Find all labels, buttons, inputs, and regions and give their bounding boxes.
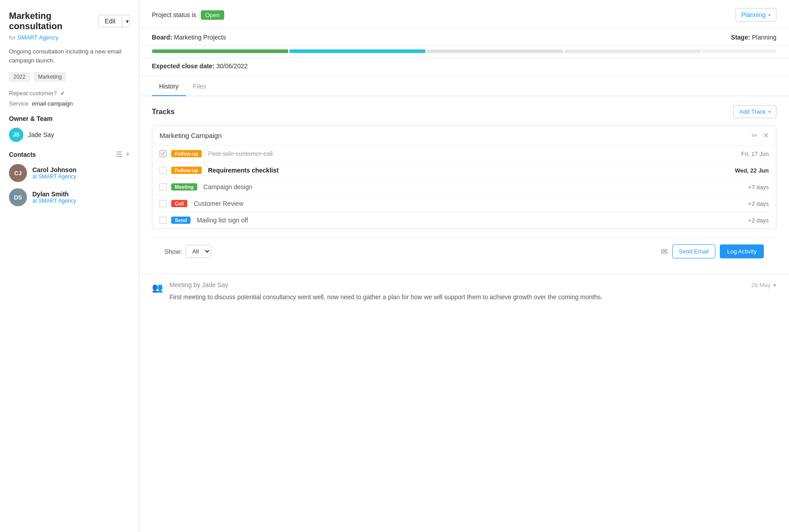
- activity-title: Meeting by Jade Say: [169, 281, 228, 288]
- track-label-2: Follow-up: [171, 167, 202, 174]
- stage-info: Stage: Planning: [731, 34, 776, 41]
- track-text-1: Post sale customer call: [208, 150, 737, 157]
- progress-seg-4: [564, 49, 700, 53]
- owner-name: Jade Say: [28, 131, 54, 138]
- track-text-3: Campaign design: [204, 183, 744, 191]
- send-email-button[interactable]: Send Email: [672, 244, 715, 258]
- planning-arrow-icon: ▾: [768, 13, 771, 18]
- edit-dropdown-button[interactable]: ▾: [122, 16, 130, 27]
- tag-year[interactable]: 2022: [9, 72, 30, 82]
- tag-category[interactable]: Marketing: [34, 72, 66, 82]
- edit-btn-group[interactable]: Edit ▾: [98, 15, 130, 27]
- board-info: Board: Marketing Projects: [152, 34, 226, 41]
- progress-seg-1: [152, 49, 288, 53]
- activity-content: Meeting by Jade Say 26 May ▾ First meeti…: [169, 281, 776, 302]
- contact-name-dylan: Dylan Smith: [32, 191, 76, 198]
- contact-org-dylan[interactable]: at SMART Agency: [32, 198, 76, 204]
- show-select[interactable]: All: [186, 245, 211, 258]
- tab-files[interactable]: Files: [186, 76, 214, 96]
- add-track-arrow-icon: ▾: [768, 109, 771, 114]
- tracks-section: Tracks Add Track ▾ Marketing Campaign ✏ …: [139, 96, 789, 274]
- activity-item-meeting: 👥 Meeting by Jade Say 26 May ▾ First mee…: [152, 281, 776, 302]
- tab-history[interactable]: History: [152, 76, 186, 96]
- tags-container: 2022 Marketing: [9, 72, 130, 82]
- project-for: for SMART Agency: [9, 34, 130, 41]
- contact-org-carol[interactable]: at SMART Agency: [32, 173, 76, 180]
- track-checkbox-2[interactable]: [160, 167, 167, 174]
- close-date-row: Expected close date: 30/06/2022: [139, 58, 789, 76]
- project-description: Ongoing consultation including a new ema…: [9, 47, 130, 65]
- activity-meeting-icon: 👥: [152, 282, 163, 293]
- track-item-1: Follow-up Post sale customer call Fri, 1…: [152, 146, 776, 162]
- contacts-header: Contacts ☰ +: [9, 150, 130, 159]
- progress-seg-2: [289, 49, 426, 53]
- project-header: Marketing consultation Edit ▾: [9, 11, 130, 31]
- show-label: Show:: [164, 248, 182, 255]
- track-item-3: Meeting Campaign design +7 days: [152, 179, 776, 195]
- track-label-3: Meeting: [171, 183, 197, 191]
- email-icon[interactable]: ✉: [661, 247, 668, 257]
- owner-avatar: JS: [9, 128, 23, 142]
- close-track-icon[interactable]: ✕: [763, 131, 769, 140]
- contacts-section-title: Contacts: [9, 151, 36, 158]
- repeat-customer-field: Repeat customer? ✓: [9, 90, 130, 97]
- project-title: Marketing consultation: [9, 11, 98, 31]
- contacts-icons[interactable]: ☰ +: [116, 150, 130, 159]
- track-checkbox-4[interactable]: [160, 200, 167, 207]
- track-date-2: Wed, 22 Jun: [735, 167, 769, 174]
- company-link[interactable]: SMART Agency: [18, 34, 58, 41]
- owner-section-title: Owner & Team: [9, 115, 130, 122]
- contact-avatar-carol: CJ: [9, 164, 27, 182]
- progress-seg-5: [702, 49, 776, 53]
- action-buttons: ✉ Send Email Log Activity: [661, 244, 764, 258]
- track-label-5: Send: [171, 217, 191, 224]
- add-track-button[interactable]: Add Track ▾: [733, 105, 776, 118]
- tabs: History Files: [139, 76, 789, 96]
- activity-section: 👥 Meeting by Jade Say 26 May ▾ First mee…: [139, 274, 789, 316]
- track-date-3: +7 days: [748, 184, 769, 191]
- track-card-header: Marketing Campaign ✏ ✕: [152, 126, 776, 146]
- contact-info-dylan: Dylan Smith at SMART Agency: [32, 191, 76, 204]
- expand-activity-icon[interactable]: ▾: [773, 282, 776, 288]
- track-checkbox-1[interactable]: [160, 150, 167, 157]
- tracks-header: Tracks Add Track ▾: [152, 105, 776, 118]
- track-label-4: Call: [171, 200, 187, 207]
- contact-avatar-dylan: DS: [9, 188, 27, 206]
- track-item-5: Send Mailing list sign off +2 days: [152, 212, 776, 228]
- project-status-bar: Project status is Open Planning ▾: [139, 0, 789, 28]
- planning-dropdown-button[interactable]: Planning ▾: [736, 8, 777, 22]
- activity-body: First meeting to discuss potential consu…: [169, 292, 776, 302]
- list-icon[interactable]: ☰: [116, 150, 122, 159]
- tracks-title: Tracks: [152, 108, 175, 116]
- edit-track-icon[interactable]: ✏: [752, 131, 758, 140]
- edit-button[interactable]: Edit: [98, 15, 122, 27]
- status-left: Project status is Open: [152, 10, 224, 20]
- track-label-1: Follow-up: [171, 150, 202, 157]
- contact-info-carol: Carol Johnson at SMART Agency: [32, 166, 76, 180]
- activity-date: 26 May ▾: [751, 282, 776, 288]
- track-text-5: Mailing list sign off: [197, 217, 744, 224]
- contact-name-carol: Carol Johnson: [32, 166, 76, 173]
- track-date-1: Fri, 17 Jun: [741, 151, 769, 157]
- add-contact-icon[interactable]: +: [126, 150, 130, 159]
- contact-item-carol: CJ Carol Johnson at SMART Agency: [9, 164, 130, 182]
- progress-bar: [152, 49, 776, 53]
- track-text-4: Customer Review: [194, 200, 744, 207]
- owner-row: JS Jade Say: [9, 128, 130, 142]
- log-activity-button[interactable]: Log Activity: [720, 244, 764, 258]
- status-badge: Open: [201, 10, 224, 20]
- track-checkbox-5[interactable]: [160, 217, 167, 224]
- activity-header: Meeting by Jade Say 26 May ▾: [169, 281, 776, 288]
- track-checkbox-3[interactable]: [160, 183, 167, 191]
- left-panel: Marketing consultation Edit ▾ for SMART …: [0, 0, 139, 532]
- track-item-2: Follow-up Requirements checklist Wed, 22…: [152, 162, 776, 179]
- actions-bar: Show: All ✉ Send Email Log Activity: [152, 238, 776, 265]
- track-date-5: +2 days: [748, 217, 769, 224]
- progress-seg-3: [427, 49, 563, 53]
- show-filter: Show: All: [164, 245, 211, 258]
- progress-bar-container: [139, 46, 789, 58]
- track-item-4: Call Customer Review +2 days: [152, 195, 776, 212]
- track-date-4: +2 days: [748, 200, 769, 207]
- board-stage-row: Board: Marketing Projects Stage: Plannin…: [139, 28, 789, 46]
- track-card-title: Marketing Campaign: [160, 132, 222, 139]
